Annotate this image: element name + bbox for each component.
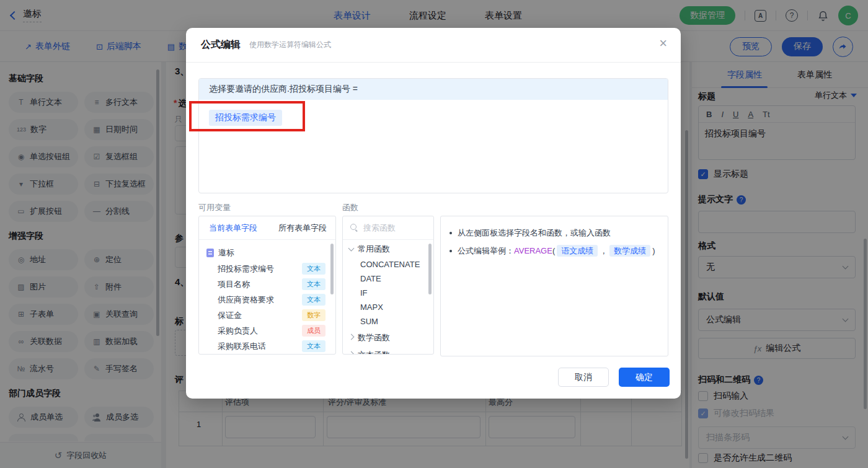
example-function-name: AVERAGE [514,246,552,255]
formula-target-bar: 选择要邀请的供应商.招投标项目编号 = [199,79,668,100]
search-icon [350,224,358,232]
functions-panel: 搜索函数 常用函数 CONCATENATE DATE IF MAPX SUM 数… [342,216,434,355]
type-badge: 成员 [302,325,326,337]
variables-panel: 当前表单字段 所有表单字段 邀标 招投标需求编号文本 项目名称文本 供应商资格要… [198,216,336,355]
variable-row[interactable]: 招投标需求编号文本 [199,261,335,276]
formula-token[interactable]: 招投标需求编号 [209,110,282,126]
function-item[interactable]: SUM [343,314,433,329]
function-group-math[interactable]: 数学函数 [343,329,433,346]
variable-row[interactable]: 采购联系电话文本 [199,338,335,354]
function-item[interactable]: CONCATENATE [343,257,433,272]
function-item[interactable]: DATE [343,272,433,286]
example-token: 语文成绩 [557,245,598,257]
type-badge: 文本 [302,278,326,290]
form-node[interactable]: 邀标 [199,245,335,261]
formula-editor[interactable]: 选择要邀请的供应商.招投标项目编号 = 招投标需求编号 [198,78,668,193]
type-badge: 文本 [302,340,326,352]
function-item[interactable]: IF [343,286,433,300]
variable-row[interactable]: 采购负责人成员 [199,323,335,338]
cancel-button[interactable]: 取消 [558,368,609,387]
tab-all-form-fields[interactable]: 所有表单字段 [278,223,327,234]
variable-row[interactable]: 文本 [199,354,335,355]
confirm-button[interactable]: 确定 [619,368,670,387]
hint-line-1: 从左侧面板选择字段名和函数，或输入函数 [458,227,611,239]
chevron-down-icon [348,245,355,252]
formula-hints-panel: 从左侧面板选择字段名和函数，或输入函数 公式编辑举例：AVERAGE(语文成绩，… [440,216,668,356]
search-placeholder: 搜索函数 [363,223,396,234]
chevron-right-icon [348,351,355,355]
modal-header: 公式编辑 使用数学运算符编辑公式 × [186,28,681,63]
function-search-input[interactable]: 搜索函数 [343,216,433,240]
variable-row[interactable]: 保证金数字 [199,307,335,323]
function-item[interactable]: MAPX [343,300,433,314]
function-group-text[interactable]: 文本函数 [343,346,433,355]
functions-label: 函数 [342,202,358,213]
bullet-icon [450,250,452,252]
bullet-icon [450,232,452,234]
variables-label: 可用变量 [198,202,231,213]
formula-edit-modal: 公式编辑 使用数学运算符编辑公式 × 选择要邀请的供应商.招投标项目编号 = 招… [186,28,681,399]
chevron-right-icon [348,334,355,340]
type-badge: 文本 [302,263,326,275]
variables-scrollbar[interactable] [330,244,334,294]
type-badge: 数字 [302,309,326,321]
function-group-common[interactable]: 常用函数 [343,240,433,257]
variable-row[interactable]: 供应商资格要求文本 [199,292,335,307]
close-icon[interactable]: × [659,37,667,50]
document-icon [206,249,214,257]
tab-current-form-fields[interactable]: 当前表单字段 [209,223,257,234]
hint-line-2: 公式编辑举例：AVERAGE(语文成绩，数学成绩) [458,245,655,257]
example-token: 数学成绩 [609,245,650,257]
modal-title: 公式编辑 [201,38,241,51]
functions-scrollbar[interactable] [428,244,432,294]
variable-row[interactable]: 项目名称文本 [199,276,335,292]
modal-subtitle: 使用数学运算符编辑公式 [249,40,331,50]
type-badge: 文本 [302,294,326,306]
